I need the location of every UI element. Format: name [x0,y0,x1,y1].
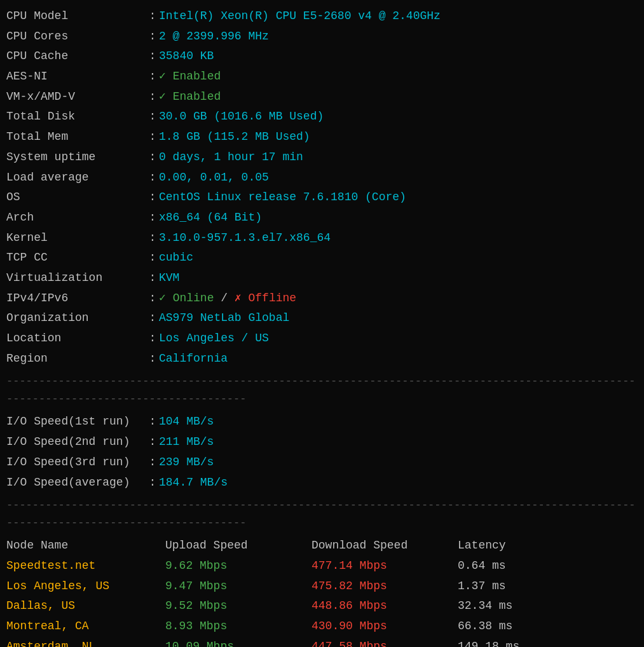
ipv-slash: / [214,292,234,304]
arch-label: Arch [6,208,146,228]
uptime-label: System uptime [6,147,146,168]
sep: : [146,46,159,67]
sep: : [146,248,159,268]
org-row: Organization : AS979 NetLab Global [6,308,638,329]
upload-speed: 9.47 Mbps [165,576,312,597]
kernel-label: Kernel [6,228,146,249]
kernel-value: 3.10.0-957.1.3.el7.x86_64 [159,228,638,249]
sep: : [146,27,159,47]
io-run3-label: I/O Speed(3rd run) [6,453,146,473]
tcp-cc-value: cubic [159,248,638,268]
sep: : [146,6,159,27]
location-value: Los Angeles / US [159,329,638,349]
cpu-model-label: CPU Model [6,6,146,27]
cpu-cores-row: CPU Cores : 2 @ 2399.996 MHz [6,27,638,47]
sep: : [146,432,159,453]
io-table: I/O Speed(1st run) : 104 MB/s I/O Speed(… [6,412,638,493]
total-mem-value: 1.8 GB (115.2 MB Used) [159,127,638,147]
region-value: California [159,349,638,369]
latency: 32.34 ms [458,596,638,616]
node-name: Montreal, CA [6,616,165,637]
sep: : [146,168,159,188]
arch-row: Arch : x86_64 (64 Bit) [6,208,638,228]
sep: : [146,453,159,473]
network-row: Speedtest.net9.62 Mbps477.14 Mbps0.64 ms [6,556,638,576]
uptime-row: System uptime : 0 days, 1 hour 17 min [6,147,638,168]
ipv-online-text: ✓ Online [159,292,214,304]
download-speed: 430.90 Mbps [312,616,458,637]
sep: : [146,87,159,107]
latency: 149.18 ms [458,637,638,647]
io-run1-row: I/O Speed(1st run) : 104 MB/s [6,412,638,432]
aes-ni-label: AES-NI [6,67,146,87]
sep: : [146,308,159,329]
ipv-row: IPv4/IPv6 : ✓ Online / ✗ Offline [6,289,638,309]
system-info-table: CPU Model : Intel(R) Xeon(R) CPU E5-2680… [6,6,638,369]
tcp-cc-label: TCP CC [6,248,146,268]
load-label: Load average [6,168,146,188]
sep: : [146,127,159,147]
sep: : [146,228,159,249]
org-label: Organization [6,308,146,329]
virt-value: KVM [159,268,638,289]
ipv-label: IPv4/IPv6 [6,289,146,309]
upload-speed: 8.93 Mbps [165,616,312,637]
ipv-offline-text: ✗ Offline [235,292,296,304]
io-run2-label: I/O Speed(2nd run) [6,432,146,453]
io-run2-value: 211 MB/s [159,432,638,453]
total-disk-value: 30.0 GB (1016.6 MB Used) [159,107,638,127]
kernel-row: Kernel : 3.10.0-957.1.3.el7.x86_64 [6,228,638,249]
node-name: Los Angeles, US [6,576,165,597]
tcp-cc-row: TCP CC : cubic [6,248,638,268]
io-speed-section: I/O Speed(1st run) : 104 MB/s I/O Speed(… [6,412,638,493]
col-node-header: Node Name [6,536,165,556]
aes-ni-row: AES-NI : ✓ Enabled [6,67,638,87]
io-run1-label: I/O Speed(1st run) [6,412,146,432]
cpu-cache-row: CPU Cache : 35840 KB [6,46,638,67]
io-run3-value: 239 MB/s [159,453,638,473]
network-row: Montreal, CA8.93 Mbps430.90 Mbps66.38 ms [6,616,638,637]
latency: 1.37 ms [458,576,638,597]
vm-amd-row: VM-x/AMD-V : ✓ Enabled [6,87,638,107]
region-label: Region [6,349,146,369]
io-avg-label: I/O Speed(average) [6,473,146,493]
load-value: 0.00, 0.01, 0.05 [159,168,638,188]
cpu-cores-value: 2 @ 2399.996 MHz [159,27,638,47]
sep: : [146,289,159,309]
arch-value: x86_64 (64 Bit) [159,208,638,228]
location-label: Location [6,329,146,349]
uptime-value: 0 days, 1 hour 17 min [159,147,638,168]
network-row: Dallas, US9.52 Mbps448.86 Mbps32.34 ms [6,596,638,616]
download-speed: 448.86 Mbps [312,596,458,616]
location-row: Location : Los Angeles / US [6,329,638,349]
sep: : [146,329,159,349]
io-avg-row: I/O Speed(average) : 184.7 MB/s [6,473,638,493]
sep: : [146,147,159,168]
aes-ni-value: ✓ Enabled [159,67,638,87]
col-upload-header: Upload Speed [165,536,312,556]
total-disk-row: Total Disk : 30.0 GB (1016.6 MB Used) [6,107,638,127]
total-mem-label: Total Mem [6,127,146,147]
network-row: Los Angeles, US9.47 Mbps475.82 Mbps1.37 … [6,576,638,597]
download-speed: 475.82 Mbps [312,576,458,597]
load-row: Load average : 0.00, 0.01, 0.05 [6,168,638,188]
io-run2-row: I/O Speed(2nd run) : 211 MB/s [6,432,638,453]
ipv-value: ✓ Online / ✗ Offline [159,289,638,309]
total-mem-row: Total Mem : 1.8 GB (115.2 MB Used) [6,127,638,147]
divider-2: ----------------------------------------… [6,494,638,535]
col-latency-header: Latency [458,536,638,556]
node-name: Speedtest.net [6,556,165,576]
cpu-model-value: Intel(R) Xeon(R) CPU E5-2680 v4 @ 2.40GH… [159,6,638,27]
cpu-model-row: CPU Model : Intel(R) Xeon(R) CPU E5-2680… [6,6,638,27]
org-value: AS979 NetLab Global [159,308,638,329]
sep: : [146,473,159,493]
io-run1-value: 104 MB/s [159,412,638,432]
io-run3-row: I/O Speed(3rd run) : 239 MB/s [6,453,638,473]
virt-row: Virtualization : KVM [6,268,638,289]
upload-speed: 10.09 Mbps [165,637,312,647]
network-row: Amsterdam, NL10.09 Mbps447.58 Mbps149.18… [6,637,638,647]
sep: : [146,67,159,87]
download-speed: 477.14 Mbps [312,556,458,576]
vm-amd-value: ✓ Enabled [159,87,638,107]
region-row: Region : California [6,349,638,369]
